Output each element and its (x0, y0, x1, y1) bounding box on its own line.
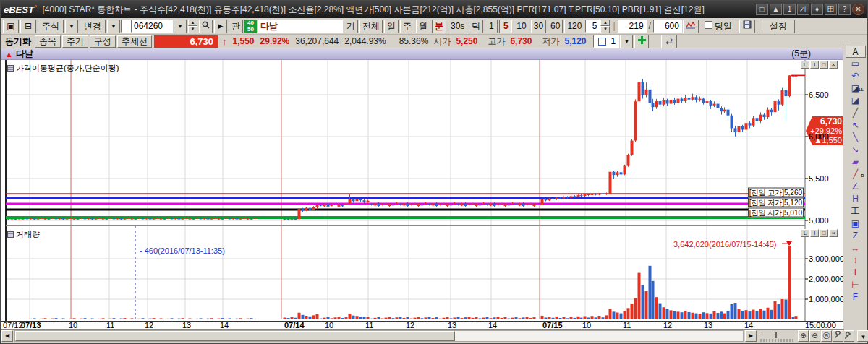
zoom-out-button[interactable]: ⊖ (809, 330, 820, 342)
pane-l-button[interactable]: L (801, 61, 809, 69)
interval-input[interactable] (585, 20, 600, 33)
pane-close-button[interactable]: × (829, 61, 838, 69)
scroll-left-button[interactable]: ◀ (1, 330, 13, 342)
restore-button[interactable]: □ (756, 4, 768, 15)
text-tool[interactable]: A (846, 46, 866, 58)
pane-close-button[interactable]: × (829, 229, 838, 237)
angle-tool[interactable]: ∠ (846, 181, 866, 193)
code-dropdown-icon[interactable]: ▼ (174, 20, 187, 33)
minute-10-button[interactable]: 10 (514, 20, 529, 33)
zigzag-tool[interactable]: Z (846, 230, 866, 242)
toolbar-info: 동기화 종목 주기 구성 추세선 6,730 ↑ 1,550 29.92% 36… (1, 35, 867, 48)
change-dropdown-icon[interactable]: ▼ (107, 20, 120, 33)
fibonacci-tool[interactable]: F (846, 291, 866, 304)
asset-type-dropdown-icon[interactable]: ▼ (65, 20, 78, 33)
new-window-icon[interactable]: ▣ (3, 20, 19, 33)
zoom-slider-handle[interactable] (775, 332, 777, 338)
ibeam-tool[interactable]: 工 (846, 205, 866, 218)
dock-window-icon[interactable]: ⊟ (20, 20, 36, 33)
horizontal-bar-tool[interactable]: ⊢ (846, 279, 866, 291)
refresh-icon[interactable]: ⇄ (661, 35, 677, 48)
region-box-tool[interactable]: ▭ (846, 58, 866, 70)
divider: | (613, 21, 615, 31)
asset-type-select[interactable]: 주식 (38, 20, 64, 33)
trendline-tool[interactable]: ╱ (846, 107, 866, 119)
vertical-range-tool[interactable]: I (846, 267, 866, 279)
diamond-button[interactable]: ♦ (811, 4, 823, 15)
chart-tools-button[interactable] (833, 330, 843, 342)
axis-tick-label: 5,000 (809, 216, 829, 225)
sidebar-scroll-down-icon[interactable]: ▼ (857, 330, 868, 342)
minute-5-button[interactable]: 5 (499, 20, 512, 33)
code-input[interactable] (131, 20, 173, 33)
pane-i-button[interactable]: I (810, 229, 819, 237)
scale-zigzag-icon[interactable] (683, 20, 699, 33)
pin-button[interactable]: ▲ (770, 4, 782, 15)
layout-1-button[interactable]: 1 (783, 4, 796, 15)
pencil-tool[interactable]: ╲ (846, 132, 866, 144)
box2-tool[interactable]: ▣ (846, 218, 866, 230)
minute-30-button[interactable]: 30 (531, 20, 546, 33)
period-tab-button[interactable]: 주기 (62, 35, 88, 48)
erase-all-tool[interactable]: ◪ALL (846, 82, 866, 95)
chart-area[interactable]: ▲ 다날 (5분) 가격이동평균(종가,단순이평) L I □ × 6,730 … (1, 48, 844, 329)
save-icon[interactable] (739, 20, 755, 33)
current-price-tag: 6,730 +29.92% ▲1,550 (806, 116, 844, 145)
pane-maximize-button[interactable]: □ (820, 229, 828, 237)
period-기-button[interactable]: 기 (344, 20, 358, 33)
bars-shown-input[interactable] (618, 20, 647, 33)
minute-120-button[interactable]: 120 (564, 20, 584, 33)
add-icon[interactable] (634, 35, 649, 48)
highlighter-tool[interactable]: ▰ (846, 156, 866, 168)
period-주-button[interactable]: 주 (400, 20, 414, 33)
diagonal-line-tool[interactable]: ╱D (846, 168, 866, 181)
settings-button[interactable]: 설정 (762, 20, 795, 33)
interval-spinner[interactable]: ▲▼ (600, 20, 610, 33)
period-월-button[interactable]: 월 (416, 20, 430, 33)
zoom-in-button[interactable]: ⊕ (798, 330, 809, 342)
vertical-arrow-tool[interactable]: ↕ (846, 254, 866, 267)
period-30s-button[interactable]: 30s (448, 20, 467, 33)
day-checkbox[interactable] (705, 21, 712, 29)
help-button[interactable]: ? (838, 4, 851, 15)
search-icon[interactable] (199, 20, 213, 33)
close-button[interactable]: ✕ (852, 4, 864, 15)
stock-tab-button[interactable]: 종목 (35, 35, 61, 48)
pane-i-button[interactable]: I (810, 61, 819, 69)
undo-tool[interactable]: ↶ (846, 70, 866, 82)
zoom-slider[interactable] (760, 332, 795, 342)
change-button[interactable]: 변경 (80, 20, 106, 33)
pointer-pencil-tool[interactable]: ↘ (846, 144, 866, 156)
volume-menu-icon[interactable] (7, 231, 14, 238)
candlestick-volume-chart[interactable] (1, 60, 844, 321)
count-combo[interactable]: 1 (593, 35, 619, 48)
indicator-menu-icon[interactable] (7, 65, 14, 72)
scrollbar-thumb[interactable] (15, 331, 455, 341)
code-spinner[interactable]: ▲▼ (188, 20, 197, 33)
pane-maximize-button[interactable]: □ (820, 61, 828, 69)
arrow-line-tool[interactable]: ↖ (846, 119, 866, 132)
minute-1-button[interactable]: 1 (485, 20, 498, 33)
channel-tool[interactable]: H (846, 193, 866, 205)
scrollbar-track[interactable] (14, 330, 744, 342)
eraser-tool[interactable]: ◪ (846, 95, 866, 107)
minute-60-button[interactable]: 60 (548, 20, 563, 33)
grid-layout-button[interactable]: 田 (825, 4, 837, 15)
horizontal-range-tool[interactable]: ↔ (846, 242, 866, 254)
count-dropdown-icon[interactable]: ▼ (620, 35, 633, 48)
axis-tick-label: 5,500 (809, 174, 829, 183)
scroll-right-button[interactable]: ▶ (745, 330, 757, 342)
bars-total-input[interactable] (653, 20, 682, 33)
period-전체-button[interactable]: 전체 (359, 20, 383, 33)
watch-button[interactable]: 관 (229, 20, 243, 33)
play-icon[interactable]: ▶ (214, 20, 227, 33)
trendline-tab-button[interactable]: 추세선 (117, 35, 152, 48)
layout-tab-button[interactable]: 구성 (90, 35, 116, 48)
period-틱-button[interactable]: 틱 (469, 20, 483, 33)
font-button[interactable]: 가 (797, 4, 809, 15)
zoom-auto-button[interactable]: ⓐ (821, 330, 832, 342)
period-분-button[interactable]: 분 (432, 20, 446, 33)
period-일-button[interactable]: 일 (384, 20, 399, 33)
pane-l-button[interactable]: L (801, 229, 809, 237)
count-checkbox[interactable] (598, 38, 606, 46)
